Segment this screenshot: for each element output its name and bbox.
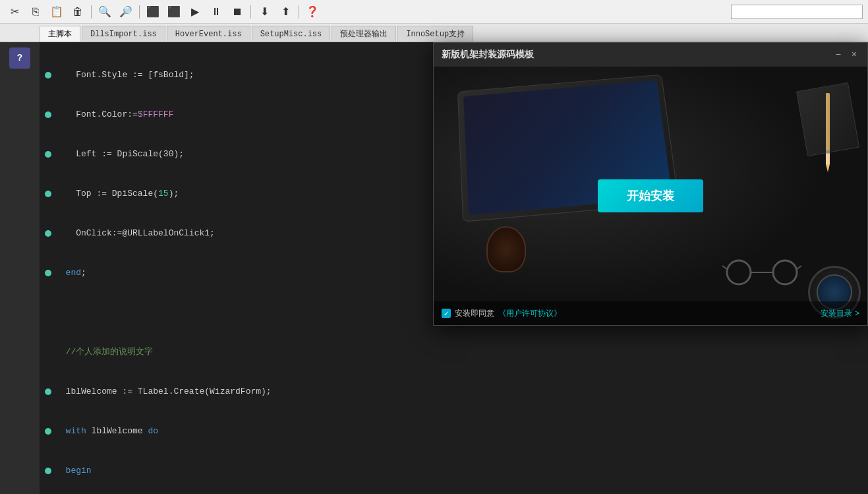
tab-setup-misc[interactable]: SetupMisc.iss (252, 26, 331, 42)
stop-button[interactable]: ⏹ (228, 3, 246, 21)
tab-hover-event[interactable]: HoverEvent.iss (167, 26, 250, 42)
agree-prefix-text: 安装即同意 (455, 308, 494, 319)
svg-rect-0 (826, 93, 830, 152)
glasses-svg (722, 259, 801, 286)
overlay-body: 开始安装 ✓ 安装即同意 《用户许可协议》 安装目录 > (434, 67, 867, 325)
line-10: with lblWelcome do (42, 425, 868, 438)
minimize-button[interactable]: − (833, 49, 844, 60)
gutter: ? (0, 42, 40, 494)
cut-button[interactable]: ✂ (5, 3, 24, 21)
dir-arrow-icon: > (855, 309, 859, 318)
upload-button[interactable]: ⬆ (276, 3, 295, 21)
breakpoint-2[interactable] (45, 111, 51, 118)
tab-dlls-import[interactable]: DllsImport.iss (82, 26, 165, 42)
compile-button[interactable]: ⬛ (144, 3, 162, 21)
breakpoint-4[interactable] (45, 191, 51, 197)
sep3 (250, 5, 251, 18)
tabs-bar: 主脚本 DllsImport.iss HoverEvent.iss SetupM… (0, 24, 868, 42)
svg-marker-2 (826, 164, 830, 172)
svg-point-5 (773, 261, 797, 284)
breakpoint-9[interactable] (45, 388, 51, 395)
main-area: ? Font.Style := [fsBold]; Font.Color:=$F… (0, 42, 868, 494)
build-button[interactable]: ⬛ (165, 3, 183, 21)
overlay-title: 新版机架封装源码模板 (442, 49, 534, 61)
find-button[interactable]: 🔍 (96, 3, 114, 21)
tab-main-script[interactable]: 主脚本 (40, 26, 80, 42)
pause-button[interactable]: ⏸ (207, 3, 225, 21)
breakpoint-10[interactable] (45, 428, 51, 435)
line-8: //个人添加的说明文字 (42, 346, 868, 359)
svg-rect-3 (826, 150, 830, 154)
breakpoint-3[interactable] (45, 151, 51, 158)
copy-button[interactable]: ⎘ (26, 3, 45, 21)
pencil-svg (808, 93, 848, 172)
overlay-window: 新版机架封装源码模板 − × (433, 42, 868, 326)
delete-button[interactable]: 🗑 (69, 3, 87, 21)
license-link[interactable]: 《用户许可协议》 (498, 308, 562, 319)
svg-point-4 (727, 261, 751, 284)
svg-line-7 (722, 266, 727, 269)
toolbar: ✂ ⎘ 📋 🗑 🔍 🔎 ⬛ ⬛ ▶ ⏸ ⏹ ⬇ ⬆ ❓ (0, 0, 868, 24)
close-button[interactable]: × (849, 49, 859, 60)
agree-checkbox[interactable]: ✓ (442, 309, 451, 318)
coffee-cup-decoration (486, 226, 526, 272)
install-button[interactable]: 开始安装 (598, 179, 703, 212)
breakpoint-5[interactable] (45, 230, 51, 237)
overlay-controls: − × (833, 49, 859, 60)
svg-line-8 (797, 266, 801, 269)
svg-rect-1 (826, 152, 830, 164)
line-9: lblWelcome := TLabel.Create(WizardForm); (42, 385, 868, 398)
sep4 (299, 5, 299, 18)
sep1 (91, 5, 92, 18)
help-icon[interactable]: ? (9, 47, 30, 69)
line-11: begin (42, 464, 868, 478)
run-button[interactable]: ▶ (186, 3, 204, 21)
sep2 (139, 5, 140, 18)
breakpoint-11[interactable] (45, 468, 51, 474)
tab-innosetup-support[interactable]: InnoSetup支持 (397, 26, 473, 42)
breakpoint-1[interactable] (45, 72, 51, 78)
paste-button[interactable]: 📋 (47, 3, 66, 21)
overlay-titlebar: 新版机架封装源码模板 − × (434, 43, 867, 67)
breakpoint-6[interactable] (45, 270, 51, 276)
tab-preprocessor-output[interactable]: 预处理器输出 (332, 26, 396, 42)
footer-left: ✓ 安装即同意 《用户许可协议》 (442, 308, 562, 319)
overlay-footer: ✓ 安装即同意 《用户许可协议》 安装目录 > (434, 301, 867, 325)
install-dir-button[interactable]: 安装目录 > (821, 308, 859, 319)
help-button[interactable]: ❓ (303, 3, 322, 21)
search-input[interactable] (731, 5, 863, 19)
download-button[interactable]: ⬇ (255, 3, 274, 21)
find-replace-button[interactable]: 🔎 (117, 3, 135, 21)
